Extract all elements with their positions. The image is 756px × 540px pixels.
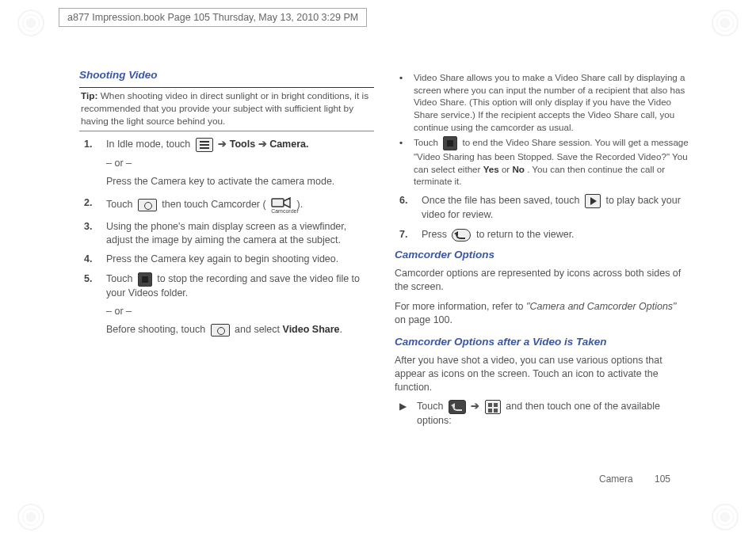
camera-icon xyxy=(138,199,157,211)
bullet-text-bold: No xyxy=(512,164,524,174)
right-column: • Video Share allows you to make a Video… xyxy=(395,68,689,429)
crop-mark-icon xyxy=(712,504,739,530)
step-text: Using the phone's main display screen as… xyxy=(106,220,374,247)
back-icon xyxy=(449,400,466,414)
step-text: Press xyxy=(422,229,449,240)
section-title-camcorder-options: Camcorder Options xyxy=(395,248,689,262)
action-item: ▶ Touch ➔ and then touch one of the avai… xyxy=(399,400,689,428)
stop-icon xyxy=(138,272,152,287)
bullet-icon: • xyxy=(399,71,407,133)
bullet-item: • Video Share allows you to make a Video… xyxy=(399,71,689,133)
options-grid-icon xyxy=(485,400,501,414)
play-icon xyxy=(585,194,601,208)
step-number: 1. xyxy=(84,138,98,190)
step-4: 4. Press the Camera key again to begin s… xyxy=(84,253,374,266)
step-text: In Idle mode, touch xyxy=(106,139,193,150)
arrow-icon: ➔ xyxy=(218,139,227,150)
step-text-bold: Video Share xyxy=(283,324,340,335)
section-title-camcorder-options-after: Camcorder Options after a Video is Taken xyxy=(395,335,689,349)
arrow-icon: ➔ xyxy=(471,401,479,413)
step-6: 6. Once the file has been saved, touch t… xyxy=(399,194,689,222)
tip-label: Tip: xyxy=(81,90,97,101)
bullet-text: Video Share allows you to make a Video S… xyxy=(414,71,689,133)
svg-rect-0 xyxy=(272,199,284,207)
arrow-icon: ➔ xyxy=(258,139,267,150)
rule xyxy=(79,87,374,88)
para-text: For more information, refer to xyxy=(395,301,526,312)
camcorder-icon: Camcorder xyxy=(271,196,292,214)
step-1: 1. In Idle mode, touch ➔ Tools ➔ Camera.… xyxy=(84,138,374,190)
para-text: on page 100. xyxy=(395,314,452,325)
para: For more information, refer to "Camera a… xyxy=(395,300,689,327)
camera-icon xyxy=(211,324,230,337)
step-text: Touch xyxy=(106,199,136,210)
step-or: – or – xyxy=(106,305,374,318)
footer-section: Camera xyxy=(599,473,633,485)
steps-list-cont: 6. Once the file has been saved, touch t… xyxy=(395,194,689,241)
crop-header: a877 Impression.book Page 105 Thursday, … xyxy=(59,8,367,27)
step-number: 4. xyxy=(84,253,98,266)
crop-mark-icon xyxy=(17,504,44,530)
para: After you have shot a video, you can use… xyxy=(395,354,689,394)
step-number: 3. xyxy=(84,220,98,247)
steps-list: 1. In Idle mode, touch ➔ Tools ➔ Camera.… xyxy=(79,138,374,338)
step-number: 7. xyxy=(399,228,414,241)
page-footer: Camera 105 xyxy=(599,473,670,485)
page-body: Shooting Video Tip: When shooting video … xyxy=(79,68,689,429)
footer-page-number: 105 xyxy=(648,473,670,485)
triangle-bullet-icon: ▶ xyxy=(399,400,410,428)
bullet-item: • Touch to end the Video Share session. … xyxy=(399,136,689,188)
step-text: Press the Camera key to activate the cam… xyxy=(106,175,374,188)
step-5: 5. Touch to stop the recording and save … xyxy=(84,272,374,338)
section-title-shooting-video: Shooting Video xyxy=(79,68,374,82)
step-text: and select xyxy=(235,324,282,335)
step-text-bold: Tools xyxy=(230,139,258,150)
step-2: 2. Touch then touch Camcorder ( Camcorde… xyxy=(84,196,374,214)
step-number: 6. xyxy=(399,194,414,222)
left-column: Shooting Video Tip: When shooting video … xyxy=(79,68,374,429)
tip-box: Tip: When shooting video in direct sunli… xyxy=(79,90,374,128)
stop-icon xyxy=(443,136,457,150)
rule xyxy=(79,131,374,131)
step-text-bold: Camera. xyxy=(269,139,308,150)
return-icon xyxy=(452,229,471,241)
bullet-text: Touch xyxy=(414,137,441,147)
step-number: 5. xyxy=(84,272,98,338)
step-text: Once the file has been saved, touch xyxy=(422,195,582,206)
step-text: then touch Camcorder ( xyxy=(162,199,269,210)
menu-icon xyxy=(196,138,213,152)
tip-text: When shooting video in direct sunlight o… xyxy=(81,90,368,127)
step-3: 3. Using the phone's main display screen… xyxy=(84,220,374,247)
para: Camcorder options are represented by ico… xyxy=(395,267,689,294)
step-text: Before shooting, touch xyxy=(106,324,208,335)
action-text: Touch xyxy=(417,401,446,413)
step-text: Press the Camera key again to begin shoo… xyxy=(106,253,374,266)
step-text: to return to the viewer. xyxy=(476,229,575,240)
step-number: 2. xyxy=(84,196,98,214)
sub-bullets: • Video Share allows you to make a Video… xyxy=(399,71,689,188)
bullet-text-bold: Yes xyxy=(483,164,499,174)
cross-ref: "Camera and Camcorder Options" xyxy=(526,301,677,312)
step-7: 7. Press to return to the viewer. xyxy=(399,228,689,241)
camcorder-icon-label: Camcorder xyxy=(271,207,292,215)
step-text: . xyxy=(340,324,342,335)
crop-mark-icon xyxy=(712,10,739,36)
step-text: Touch xyxy=(106,274,136,285)
step-or: – or – xyxy=(106,157,374,170)
bullet-text: or xyxy=(502,164,513,174)
crop-mark-icon xyxy=(17,10,44,36)
bullet-icon: • xyxy=(399,136,407,188)
